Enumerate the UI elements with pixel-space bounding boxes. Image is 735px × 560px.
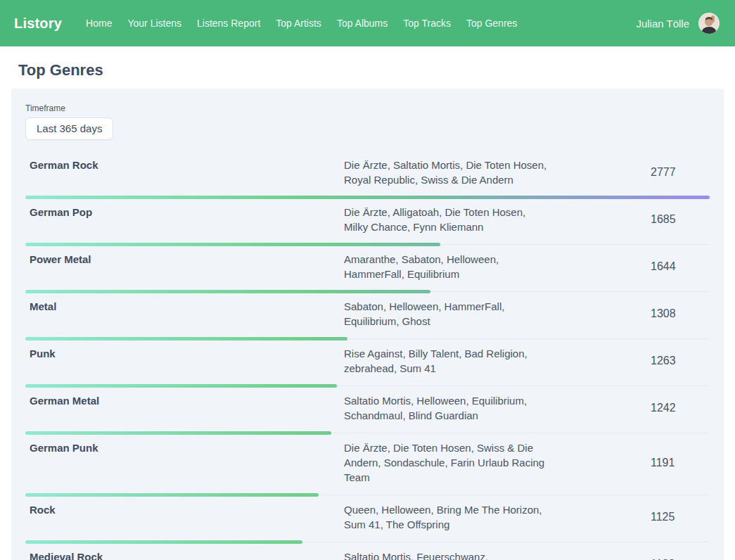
main-content: Top Genres Timeframe Last 365 days Germa… — [0, 61, 735, 560]
nav-user-section: Julian Tölle — [636, 13, 720, 34]
genre-artists: Queen, Helloween, Bring Me The Horizon, … — [344, 502, 552, 532]
genre-row: Metal Sabaton, Helloween, HammerFall, Eq… — [25, 292, 710, 339]
genre-count: 1125 — [651, 511, 710, 523]
navbar: Listory Home Your Listens Listens Report… — [0, 0, 735, 46]
genre-artists: Saltatio Mortis, Helloween, Equilibrium,… — [344, 393, 552, 423]
user-avatar[interactable] — [698, 13, 720, 34]
genre-name: German Punk — [30, 440, 344, 455]
nav-item-top-artists[interactable]: Top Artists — [276, 18, 321, 29]
genre-name: German Rock — [30, 158, 344, 172]
user-avatar-image — [698, 13, 720, 34]
genre-name: German Metal — [30, 393, 344, 408]
timeframe-label: Timeframe — [25, 103, 710, 113]
genres-table: German Rock Die Ärzte, Saltatio Mortis, … — [25, 151, 710, 560]
app-logo[interactable]: Listory — [14, 15, 62, 32]
genre-name: Metal — [30, 299, 344, 314]
nav-item-home[interactable]: Home — [86, 18, 112, 29]
genre-row: German Rock Die Ärzte, Saltatio Mortis, … — [25, 151, 710, 198]
genre-row: German Metal Saltatio Mortis, Helloween,… — [25, 386, 710, 433]
nav-item-top-genres[interactable]: Top Genres — [466, 18, 517, 29]
genre-artists: Die Ärzte, Saltatio Mortis, Die Toten Ho… — [344, 158, 552, 187]
top-genres-card: Timeframe Last 365 days German Rock Die … — [11, 89, 724, 560]
genre-count: 1685 — [651, 213, 710, 226]
genre-count: 1644 — [651, 260, 710, 273]
genre-artists: Die Ärzte, Alligatoah, Die Toten Hosen, … — [344, 205, 552, 234]
genre-artists: Die Ärzte, Die Toten Hosen, Swiss & Die … — [344, 440, 552, 485]
nav-item-your-listens[interactable]: Your Listens — [127, 18, 181, 29]
genre-name: Medieval Rock — [30, 549, 344, 560]
genre-row: Rock Queen, Helloween, Bring Me The Hori… — [25, 495, 710, 542]
genre-count: 1263 — [651, 355, 710, 367]
nav-item-top-albums[interactable]: Top Albums — [337, 18, 388, 29]
genre-row: German Pop Die Ärzte, Alligatoah, Die To… — [25, 198, 710, 245]
nav-links: Home Your Listens Listens Report Top Art… — [86, 18, 517, 29]
genre-artists: Amaranthe, Sabaton, Helloween, HammerFal… — [344, 252, 552, 281]
genre-row: Power Metal Amaranthe, Sabaton, Hellowee… — [25, 245, 710, 292]
genre-row: Punk Rise Against, Billy Talent, Bad Rel… — [25, 339, 710, 386]
nav-item-top-tracks[interactable]: Top Tracks — [403, 18, 451, 29]
genre-artists: Sabaton, Helloween, HammerFall, Equilibr… — [344, 299, 552, 329]
genre-count: 1242 — [651, 402, 710, 414]
genre-artists: Saltatio Mortis, Feuerschwanz, Schandmau… — [344, 549, 552, 560]
timeframe-select[interactable]: Last 365 days — [25, 117, 113, 140]
user-name: Julian Tölle — [636, 18, 689, 30]
genre-count: 1191 — [651, 457, 710, 469]
nav-item-listens-report[interactable]: Listens Report — [197, 18, 260, 29]
genre-row: German Punk Die Ärzte, Die Toten Hosen, … — [25, 433, 710, 495]
genre-count: 1308 — [651, 307, 710, 320]
genre-count: 2777 — [651, 166, 710, 179]
genre-name: Power Metal — [30, 252, 344, 267]
page-title: Top Genres — [18, 61, 724, 79]
genre-name: Punk — [30, 346, 344, 361]
genre-artists: Rise Against, Billy Talent, Bad Religion… — [344, 346, 552, 376]
genre-row: Medieval Rock Saltatio Mortis, Feuerschw… — [25, 542, 710, 560]
genre-name: Rock — [30, 502, 344, 517]
genre-name: German Pop — [30, 205, 344, 219]
